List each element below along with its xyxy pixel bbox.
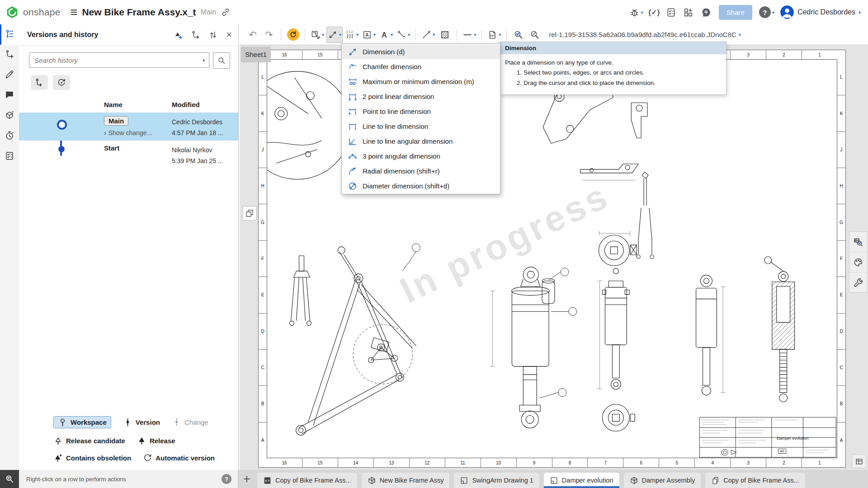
document-tab[interactable]: New Bike Frame Assy — [362, 473, 450, 488]
comment-icon — [5, 90, 14, 102]
hatch-button[interactable] — [437, 27, 453, 43]
insert-view-button[interactable]: ▾ — [309, 27, 326, 43]
panel-comments[interactable] — [0, 85, 19, 106]
panel-release-management[interactable] — [0, 65, 19, 85]
panel-checklist[interactable] — [0, 146, 19, 167]
svg-text:A: A — [365, 32, 369, 38]
menu-item[interactable]: Maximum or minimum dimension (m) — [342, 74, 500, 89]
note-button[interactable]: A▾ — [361, 27, 377, 43]
create-branch-button[interactable] — [191, 30, 200, 40]
search-caret-icon[interactable]: ▾ — [203, 58, 205, 63]
legend-release[interactable]: Release — [137, 436, 175, 446]
legend-workspace[interactable]: Workspace — [53, 416, 111, 428]
sheet-properties-button[interactable] — [852, 455, 866, 468]
menu-item[interactable]: Chamfer dimension — [342, 59, 500, 74]
menu-item[interactable]: Diameter dimension (shift+d) — [342, 178, 500, 193]
tasks-button[interactable] — [664, 4, 679, 20]
checklist-icon — [5, 151, 14, 163]
version-badge[interactable]: Main — [104, 116, 128, 126]
sheet-tab[interactable]: Sheet1 — [241, 47, 271, 62]
text-button[interactable]: A▾ — [378, 27, 394, 43]
panel-create-branch[interactable] — [0, 45, 19, 65]
share-button[interactable]: Share — [719, 5, 752, 20]
update-views-button[interactable] — [285, 27, 301, 43]
menu-item[interactable]: Line to line dimension — [342, 119, 500, 134]
verify-dimension-icon — [514, 30, 524, 40]
status-help-icon[interactable]: ? — [222, 474, 231, 484]
release-reference[interactable]: rel-1.195-31538.5a62a06.b9a9dfd.ab2f49c.… — [549, 31, 736, 38]
panel-search-button[interactable] — [0, 470, 19, 488]
panel-versions-history[interactable] — [0, 24, 19, 45]
panel-history[interactable] — [0, 126, 19, 146]
history-search-input[interactable] — [33, 56, 201, 65]
user-avatar[interactable] — [780, 5, 794, 19]
release-reference-caret-icon[interactable]: ▾ — [739, 32, 741, 37]
share-link-icon[interactable] — [221, 7, 231, 17]
close-panel-button[interactable]: × — [226, 30, 232, 40]
document-tab[interactable]: X_T Copy of Bike Frame Ass... — [257, 473, 357, 488]
graph-view-toggle[interactable] — [31, 75, 48, 90]
menu-item[interactable]: 3 point angular dimension — [342, 149, 500, 164]
document-tab[interactable]: Copy of Bike Frame Ass... — [705, 473, 805, 488]
history-node-icon[interactable] — [58, 146, 65, 152]
legend-release-candidate[interactable]: Release candidate — [53, 436, 125, 446]
line-button[interactable]: ▾ — [420, 27, 436, 43]
history-search-button[interactable] — [213, 52, 230, 69]
main-menu-icon[interactable]: ≡ — [71, 6, 78, 19]
menu-item[interactable]: Line to line angular dimension — [342, 134, 500, 149]
history-node-icon[interactable] — [57, 120, 67, 130]
drawing-canvas[interactable]: Sheet1 16151413121110987654321 161514131… — [240, 45, 868, 470]
menu-3pt-angular-icon — [348, 151, 358, 161]
version-row[interactable]: Main Main › Show change... Cedric Desbor… — [19, 113, 238, 141]
modified-date: 5:39 PM Jan 25 ... — [172, 155, 238, 166]
onshape-logo[interactable]: onshape — [5, 5, 61, 19]
sheet-verification-button[interactable] — [849, 232, 867, 252]
column-name: Name — [104, 101, 172, 108]
legend-contains-obsoletion[interactable]: Contains obsoletion — [53, 453, 131, 463]
line-style-button[interactable]: ▾ — [461, 27, 477, 43]
callout-button[interactable]: ▾ — [395, 27, 411, 43]
history-search-box[interactable]: ▾ — [29, 52, 209, 68]
menu-item[interactable]: 2 point linear dimension — [342, 89, 500, 104]
menu-item[interactable]: Dimension (d) — [342, 44, 500, 59]
menu-item[interactable]: Point to line dimension — [342, 104, 500, 119]
insert-view-icon — [311, 30, 321, 40]
legend-automatic-version[interactable]: Automatic version — [143, 453, 215, 463]
document-tab[interactable]: Damper evolution — [544, 473, 619, 488]
help-menu-button[interactable]: ? ▾ — [758, 4, 776, 20]
menu-item[interactable]: Radial dimension (shift+r) — [342, 164, 500, 178]
version-row[interactable]: Start Start › Nikolai Nyrkov 5:39 PM Jan… — [19, 141, 238, 169]
appearance-panel-button[interactable] — [849, 252, 867, 272]
ruler-cell: 10 — [481, 458, 516, 467]
document-tab[interactable]: SwingArm Drawing 1 — [454, 473, 539, 488]
tooltip-title: Dimension — [500, 42, 726, 54]
dimension-button[interactable]: ▾ — [326, 27, 343, 43]
tools-panel-button[interactable] — [849, 272, 867, 292]
ai-advisor-button[interactable] — [698, 4, 713, 20]
ruler-cell: K — [837, 95, 845, 131]
user-menu-caret-icon[interactable]: ▾ — [859, 10, 861, 15]
panel-header: Versions and history × — [19, 24, 238, 46]
undo-button[interactable]: ↶ — [245, 27, 260, 43]
sheet-ruler-left: LKJHGFEDCBA — [259, 59, 267, 458]
debug-menu-button[interactable]: ▾ — [628, 4, 645, 20]
create-version-button[interactable] — [173, 30, 183, 40]
ordinate-dimension-button[interactable]: 0 1 2▾ — [344, 27, 360, 43]
legend-version[interactable]: Version — [123, 418, 160, 427]
document-tab[interactable]: Damper Assembly — [624, 473, 701, 488]
legend-change[interactable]: Change — [172, 418, 208, 427]
apps-store-button[interactable] — [681, 4, 696, 20]
compare-versions-button[interactable] — [208, 30, 218, 40]
auto-version-toggle[interactable] — [53, 75, 70, 90]
featurescript-button[interactable]: {✓} — [646, 4, 662, 20]
export-dxf-button[interactable]: DXF▾ — [486, 27, 502, 43]
panel-part-lookup[interactable]: ? — [0, 106, 19, 126]
show-changes-toggle[interactable]: › Show change... — [104, 129, 172, 136]
add-tab-button[interactable]: + — [238, 470, 255, 488]
checklist-icon — [666, 7, 676, 18]
unverify-dimensions-button[interactable] — [527, 27, 542, 43]
redo-button[interactable]: ↷ — [261, 27, 277, 43]
verify-dimensions-button[interactable] — [511, 27, 526, 43]
sheets-panel-toggle[interactable] — [242, 206, 257, 221]
caret-down-icon: ▾ — [356, 32, 359, 37]
